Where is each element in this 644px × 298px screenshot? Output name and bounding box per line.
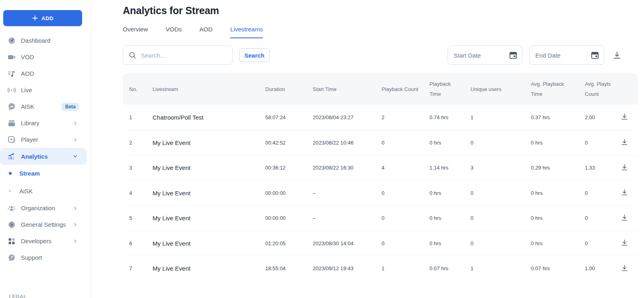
tab-overview[interactable]: Overview	[123, 26, 148, 38]
sidebar-item-label: Developers	[21, 238, 52, 244]
cell-duration: 58:07:24	[265, 114, 313, 120]
cell-duration: 00:00:00	[265, 215, 313, 221]
sidebar-item-label: VOD	[21, 54, 34, 60]
cell-start-time: 2023/08/04 23:27	[313, 114, 382, 120]
bullet-icon	[7, 172, 13, 175]
sidebar-item-analytics[interactable]: Analytics	[0, 148, 87, 165]
search-button[interactable]: Search	[239, 48, 270, 62]
svg-text:?: ?	[10, 255, 13, 260]
cell-start-time: 2023/09/12 19:43	[313, 265, 382, 271]
cell-unique-users: 1	[471, 265, 531, 271]
cell-playback-count: 0	[382, 190, 429, 196]
row-download-button[interactable]	[620, 213, 629, 224]
sidebar-subitem-aisk[interactable]: AiSK	[0, 182, 87, 200]
sidebar-nav-main: Dashboard VOD AOD Live Ai AiSK Beta Libr…	[0, 32, 87, 165]
beta-badge: Beta	[62, 103, 79, 111]
cell-start-time: 2023/08/22 16:30	[313, 165, 382, 171]
row-download-button[interactable]	[620, 112, 629, 122]
row-download-button[interactable]	[620, 137, 629, 148]
chevron-right-icon	[73, 206, 78, 211]
download-icon	[613, 55, 621, 61]
sidebar-item-aisk[interactable]: Ai AiSK Beta	[0, 98, 87, 115]
cell-no: 6	[129, 240, 153, 246]
sidebar-item-label: Organization	[21, 205, 55, 211]
row-download-button[interactable]	[620, 263, 629, 274]
cell-actions	[620, 163, 629, 173]
cell-livestream: My Live Event	[153, 139, 265, 146]
sidebar-item-player[interactable]: Player	[0, 131, 87, 148]
sidebar-nav-analytics-sub: Stream AiSK	[0, 164, 87, 200]
page-title: Analytics for Stream	[123, 5, 219, 17]
tab-livestreams[interactable]: Livestreams	[230, 26, 263, 38]
sidebar-item-label: Dashboard	[21, 37, 50, 44]
cell-avg-playback-time: 0 hrs	[531, 215, 585, 221]
sidebar-item-label: AOD	[21, 70, 34, 77]
start-date-input[interactable]	[448, 46, 522, 65]
library-icon	[7, 119, 16, 128]
people-icon	[7, 204, 16, 213]
download-icon	[621, 163, 628, 172]
cell-avg-playback-count: 0	[585, 140, 611, 146]
row-download-button[interactable]	[620, 188, 629, 198]
cell-unique-users: 0	[471, 240, 531, 246]
row-download-button[interactable]	[620, 163, 629, 173]
table-row: 1 Chatroom/Poll Test 58:07:24 2023/08/04…	[123, 105, 638, 130]
cell-livestream: My Live Event	[153, 164, 265, 171]
sidebar-item-vod[interactable]: VOD	[0, 49, 87, 65]
cell-unique-users: 0	[471, 140, 531, 146]
cell-livestream: My Live Event	[153, 265, 265, 272]
cell-start-time: 2023/08/22 10:46	[313, 140, 382, 146]
video-camera-icon	[7, 53, 16, 62]
gear-icon	[7, 220, 16, 229]
tab-aod[interactable]: AOD	[200, 26, 213, 38]
gauge-icon	[7, 36, 16, 45]
tab-bar: Overview VODs AOD Livestreams	[123, 26, 263, 38]
sidebar-item-developers[interactable]: Developers	[0, 233, 87, 249]
cell-livestream: Chatroom/Poll Test	[153, 114, 265, 121]
row-download-button[interactable]	[620, 238, 629, 248]
export-download-button[interactable]	[612, 50, 622, 61]
sidebar-item-support[interactable]: ? Support	[0, 249, 87, 266]
cell-duration: 01:20:05	[265, 240, 313, 246]
cell-avg-playback-count: 0	[585, 190, 611, 196]
add-button[interactable]: ADD	[3, 10, 82, 26]
tab-vods[interactable]: VODs	[166, 26, 182, 38]
sidebar-item-general-settings[interactable]: General Settings	[0, 216, 87, 233]
cell-playback-count: 0	[382, 240, 429, 246]
sidebar-item-live[interactable]: Live	[0, 82, 87, 98]
download-icon	[621, 264, 628, 273]
tab-label: AOD	[200, 26, 213, 33]
sidebar-subitem-stream[interactable]: Stream	[0, 164, 87, 182]
sidebar-item-label: General Settings	[21, 221, 66, 228]
bullet-icon	[7, 190, 13, 192]
cell-playback-count: 4	[382, 165, 429, 171]
download-icon	[621, 239, 628, 248]
chevron-right-icon	[73, 222, 78, 227]
cell-actions	[620, 238, 629, 248]
cell-playback-time: 0 hrs	[429, 240, 471, 246]
sidebar-item-label: Library	[21, 120, 39, 126]
cell-avg-playback-time: 0.07 hrs	[531, 265, 585, 271]
cell-no: 7	[129, 265, 153, 271]
cell-unique-users: 0	[471, 190, 531, 196]
search-input[interactable]	[123, 46, 233, 65]
cell-no: 3	[129, 165, 153, 171]
ai-chat-icon: Ai	[7, 102, 16, 111]
sidebar-item-library[interactable]: Library	[0, 115, 87, 131]
cell-no: 1	[129, 114, 153, 120]
table-row: 2 My Live Event 00:42:52 2023/08/22 10:4…	[123, 130, 638, 155]
sidebar-item-dashboard[interactable]: Dashboard	[0, 32, 87, 49]
cell-playback-count: 0	[382, 140, 429, 146]
player-icon	[7, 135, 16, 144]
table-row: 3 My Live Event 00:36:12 2023/08/22 16:3…	[123, 155, 638, 180]
table-row: 5 My Live Event 00:00:00 – 0 0 hrs 0 0 h…	[123, 205, 638, 231]
sidebar-item-aod[interactable]: AOD	[0, 65, 87, 82]
end-date-input[interactable]	[529, 46, 604, 65]
cell-avg-playback-time: 0 hrs	[531, 240, 585, 246]
cell-avg-playback-time: 0 hrs	[531, 140, 585, 146]
svg-text:Ai: Ai	[10, 105, 13, 108]
cell-livestream: My Live Event	[153, 215, 265, 221]
sidebar-item-organization[interactable]: Organization	[0, 200, 87, 216]
column-header-playback-time: Playback Time	[429, 79, 471, 99]
cell-actions	[620, 112, 629, 122]
